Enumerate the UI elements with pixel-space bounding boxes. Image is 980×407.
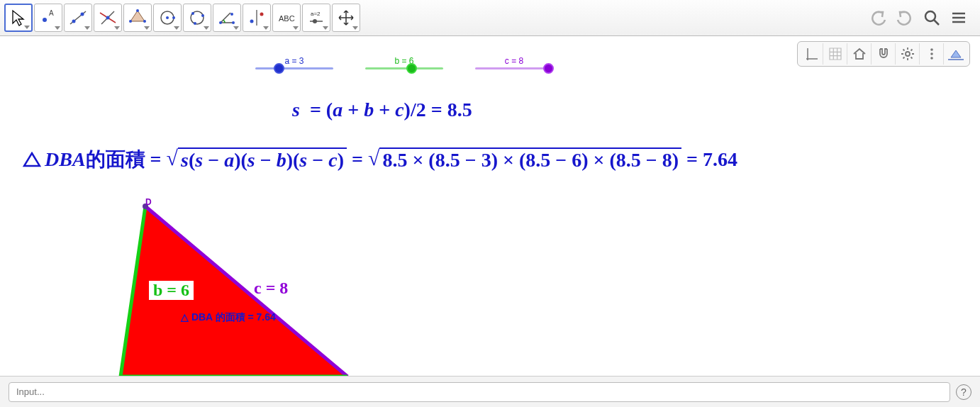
heron-lhs-cn: 的面積 [86, 146, 145, 173]
slider-c-thumb[interactable] [543, 63, 554, 74]
svg-point-7 [106, 16, 110, 20]
collapse-icon[interactable] [944, 43, 968, 65]
formula-s: s = (a + b + c)/2 = 8.5 [292, 99, 472, 121]
input-bar: ? [0, 376, 980, 407]
grid-icon[interactable] [823, 43, 847, 65]
svg-point-17 [201, 14, 204, 17]
svg-point-13 [166, 16, 169, 19]
svg-marker-8 [130, 11, 145, 21]
help-icon[interactable]: ? [956, 384, 971, 400]
svg-marker-42 [24, 153, 40, 166]
formula-s-var: s [292, 99, 300, 121]
menu-icon[interactable] [949, 8, 969, 28]
tool-perpendicular[interactable] [94, 4, 122, 32]
tool-reflect[interactable] [243, 4, 271, 32]
tool-angle[interactable] [213, 4, 241, 32]
home-icon[interactable] [847, 43, 872, 65]
slider-c[interactable]: c = 8 [475, 56, 553, 69]
formula-heron: DBA 的面積 = √ s(s − a)(s − b)(s − c) = √ 8… [23, 146, 737, 173]
svg-point-0 [43, 18, 47, 22]
svg-marker-40 [951, 50, 961, 57]
search-icon[interactable] [922, 8, 942, 28]
input-field[interactable] [9, 382, 950, 402]
tool-line[interactable] [64, 4, 92, 32]
main-toolbar: A ABC a=2 [0, 0, 980, 36]
svg-point-18 [194, 22, 196, 25]
style-bar [797, 41, 970, 67]
triangle-svg [0, 192, 425, 376]
slider-b[interactable]: b = 6 [365, 56, 443, 69]
more-icon[interactable] [920, 43, 944, 65]
heron-sqrt-numeric: √ 8.5 × (8.5 − 3) × (8.5 − 6) × (8.5 − 8… [368, 147, 681, 172]
svg-point-4 [81, 13, 84, 16]
heron-lhs-name: DBA [45, 148, 86, 171]
svg-line-30 [934, 20, 939, 25]
triangle-icon [23, 152, 41, 167]
svg-point-36 [906, 52, 910, 56]
graphics-view[interactable]: a = 3 b = 6 c = 8 s = (a + b + c)/2 = 8.… [0, 36, 980, 376]
snap-icon[interactable] [872, 43, 896, 65]
vertex-d-label: D [145, 197, 152, 207]
slider-c-label: c = 8 [505, 56, 523, 66]
formula-s-value: 8.5 [447, 99, 472, 121]
side-b-label: b = 6 [149, 281, 194, 300]
svg-point-24 [260, 13, 264, 16]
undo-icon[interactable] [868, 8, 888, 28]
axes-icon[interactable] [799, 43, 823, 65]
heron-value: 7.64 [703, 148, 737, 171]
svg-point-20 [230, 13, 233, 16]
slider-a[interactable]: a = 3 [255, 56, 333, 69]
svg-point-28 [313, 19, 317, 23]
toolbar-right [868, 8, 976, 28]
tool-circle-center[interactable] [153, 4, 182, 32]
tool-slider[interactable]: a=2 [302, 4, 330, 32]
side-c-label: c = 8 [254, 279, 288, 298]
tool-text[interactable]: ABC [272, 4, 301, 32]
svg-point-3 [72, 20, 76, 23]
svg-text:a=2: a=2 [311, 11, 321, 17]
svg-point-39 [930, 57, 933, 60]
svg-point-16 [191, 12, 194, 15]
svg-point-37 [930, 48, 933, 51]
tool-point[interactable]: A [34, 4, 62, 32]
triangle-area-label: △ DBA 的面積 = 7.64 [181, 311, 276, 324]
slider-b-thumb[interactable] [406, 63, 417, 74]
svg-point-29 [925, 11, 935, 21]
svg-point-11 [129, 20, 132, 23]
slider-a-label: a = 3 [284, 56, 304, 66]
svg-text:A: A [49, 9, 54, 17]
tool-move[interactable] [4, 4, 33, 32]
heron-sqrt-symbolic: √ s(s − a)(s − b)(s − c) [167, 147, 347, 172]
svg-point-21 [232, 21, 235, 24]
svg-point-38 [930, 52, 933, 55]
gear-icon[interactable] [896, 43, 920, 65]
tool-polygon[interactable] [123, 4, 152, 32]
tool-pan[interactable] [332, 4, 360, 32]
svg-point-14 [172, 16, 175, 19]
svg-point-19 [219, 21, 222, 24]
svg-point-23 [250, 20, 254, 23]
tool-circle-3points[interactable] [183, 4, 211, 32]
svg-point-9 [136, 9, 139, 12]
svg-text:ABC: ABC [279, 14, 295, 23]
svg-point-10 [143, 20, 146, 23]
slider-a-thumb[interactable] [274, 63, 284, 74]
redo-icon[interactable] [895, 8, 915, 28]
